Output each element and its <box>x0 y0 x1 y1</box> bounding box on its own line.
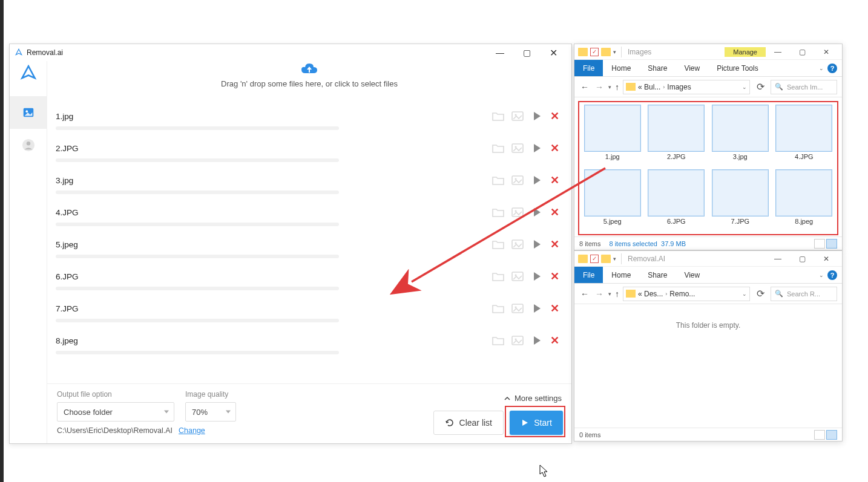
preview-icon[interactable] <box>511 238 524 250</box>
open-folder-icon[interactable] <box>492 206 504 218</box>
remove-button[interactable]: ✕ <box>550 142 559 155</box>
remove-button[interactable]: ✕ <box>550 174 559 187</box>
tab-view[interactable]: View <box>676 60 708 76</box>
file-row: 6.JPG✕ <box>56 262 563 290</box>
sidebar-item-profile[interactable] <box>10 129 47 161</box>
quality-select[interactable]: 70% <box>185 402 236 422</box>
drop-zone[interactable]: Drag 'n' drop some files here, or click … <box>47 61 571 101</box>
tab-share[interactable]: Share <box>639 267 676 283</box>
preview-icon[interactable] <box>511 334 524 347</box>
dropdown-caret-icon[interactable]: ▾ <box>613 256 616 262</box>
remove-button[interactable]: ✕ <box>550 302 559 315</box>
remove-button[interactable]: ✕ <box>550 206 559 219</box>
help-icon[interactable]: ? <box>827 270 837 280</box>
explorer2-titlebar[interactable]: ✓ ▾ Removal.AI — ▢ ✕ <box>574 251 842 267</box>
thumbnail-item[interactable]: 2.JPG <box>646 105 707 166</box>
open-folder-icon[interactable] <box>492 174 504 186</box>
search-input[interactable]: 🔍 Search Im... <box>771 80 837 94</box>
nav-history-caret[interactable]: ▾ <box>608 291 611 297</box>
view-details-button[interactable] <box>814 239 825 249</box>
tab-file[interactable]: File <box>574 267 603 283</box>
open-folder-icon[interactable] <box>492 302 504 314</box>
breadcrumb[interactable]: « Bul... › Images ⌄ <box>623 80 750 94</box>
app-titlebar[interactable]: Removal.ai — ▢ ✕ <box>10 44 571 61</box>
maximize-button[interactable]: ▢ <box>790 44 814 60</box>
thumbnail-item[interactable]: 4.JPG <box>774 105 835 166</box>
process-button[interactable] <box>531 174 543 186</box>
open-folder-icon[interactable] <box>492 142 504 154</box>
tab-home[interactable]: Home <box>603 267 639 283</box>
tab-share[interactable]: Share <box>639 60 676 76</box>
chevron-down-icon[interactable]: ⌄ <box>742 84 747 90</box>
tab-picture-tools[interactable]: Picture Tools <box>708 60 766 76</box>
nav-up-button[interactable]: ↑ <box>615 289 619 299</box>
minimize-button[interactable]: — <box>766 44 790 60</box>
maximize-button[interactable]: ▢ <box>513 44 540 61</box>
view-details-button[interactable] <box>814 430 825 440</box>
close-button[interactable]: ✕ <box>540 44 567 61</box>
nav-history-caret[interactable]: ▾ <box>608 84 611 90</box>
remove-button[interactable]: ✕ <box>550 334 559 347</box>
thumbnail-item[interactable]: 8.jpeg <box>774 170 835 231</box>
tab-home[interactable]: Home <box>603 60 639 76</box>
output-folder-select[interactable]: Choose folder <box>57 402 174 422</box>
thumbnail-item[interactable]: 7.JPG <box>710 170 771 231</box>
explorer1-titlebar[interactable]: ✓ ▾ Images Manage — ▢ ✕ <box>574 44 842 60</box>
open-folder-icon[interactable] <box>492 238 504 250</box>
nav-forward-button[interactable]: → <box>594 289 605 299</box>
help-icon[interactable]: ? <box>827 64 837 73</box>
minimize-button[interactable]: — <box>487 44 513 61</box>
more-settings-toggle[interactable]: More settings <box>504 390 562 403</box>
manage-tab[interactable]: Manage <box>725 47 766 57</box>
process-button[interactable] <box>531 142 543 154</box>
expand-ribbon-icon[interactable]: ⌄ <box>819 272 824 278</box>
search-input[interactable]: 🔍 Search R... <box>771 287 837 301</box>
remove-button[interactable]: ✕ <box>550 270 559 283</box>
close-button[interactable]: ✕ <box>814 44 838 60</box>
expand-ribbon-icon[interactable]: ⌄ <box>819 65 824 71</box>
open-folder-icon[interactable] <box>492 334 504 347</box>
preview-icon[interactable] <box>511 270 524 282</box>
refresh-button[interactable]: ⟳ <box>754 288 767 299</box>
change-link[interactable]: Change <box>179 426 205 435</box>
process-button[interactable] <box>531 270 543 282</box>
open-folder-icon[interactable] <box>492 110 504 122</box>
refresh-button[interactable]: ⟳ <box>754 81 767 93</box>
preview-icon[interactable] <box>511 302 524 314</box>
remove-button[interactable]: ✕ <box>550 109 559 123</box>
open-folder-icon[interactable] <box>492 270 504 282</box>
nav-back-button[interactable]: ← <box>579 289 590 299</box>
preview-icon[interactable] <box>511 142 524 154</box>
preview-icon[interactable] <box>511 206 524 218</box>
minimize-button[interactable]: — <box>766 251 790 267</box>
nav-back-button[interactable]: ← <box>579 82 590 92</box>
process-button[interactable] <box>531 302 543 314</box>
clear-list-button[interactable]: Clear list <box>433 411 504 435</box>
thumbnail-item[interactable]: 3.jpg <box>710 105 771 166</box>
thumbnail-item[interactable]: 1.jpg <box>582 105 643 166</box>
view-thumbnails-button[interactable] <box>826 430 837 440</box>
explorer2-content[interactable]: This folder is empty. <box>574 304 842 428</box>
breadcrumb[interactable]: « Des... › Remo... ⌄ <box>623 287 750 301</box>
process-button[interactable] <box>531 334 543 347</box>
tab-file[interactable]: File <box>574 60 603 76</box>
thumbnail-item[interactable]: 5.jpeg <box>582 170 643 231</box>
process-button[interactable] <box>531 110 543 122</box>
maximize-button[interactable]: ▢ <box>790 251 814 267</box>
thumbnail-item[interactable]: 6.JPG <box>646 170 707 231</box>
preview-icon[interactable] <box>511 110 524 122</box>
nav-forward-button[interactable]: → <box>594 82 605 92</box>
start-button[interactable]: Start <box>510 411 563 435</box>
explorer1-content[interactable]: 1.jpg2.JPG3.jpg4.JPG5.jpeg6.JPG7.JPG8.jp… <box>574 97 842 236</box>
preview-icon[interactable] <box>511 174 524 186</box>
remove-button[interactable]: ✕ <box>550 238 559 251</box>
dropdown-caret-icon[interactable]: ▾ <box>613 49 616 55</box>
close-button[interactable]: ✕ <box>814 251 838 267</box>
sidebar-item-image[interactable] <box>10 96 47 129</box>
view-thumbnails-button[interactable] <box>826 239 837 249</box>
chevron-down-icon[interactable]: ⌄ <box>742 291 747 297</box>
nav-up-button[interactable]: ↑ <box>615 82 619 92</box>
tab-view[interactable]: View <box>676 267 708 283</box>
process-button[interactable] <box>531 206 543 218</box>
process-button[interactable] <box>531 238 543 250</box>
